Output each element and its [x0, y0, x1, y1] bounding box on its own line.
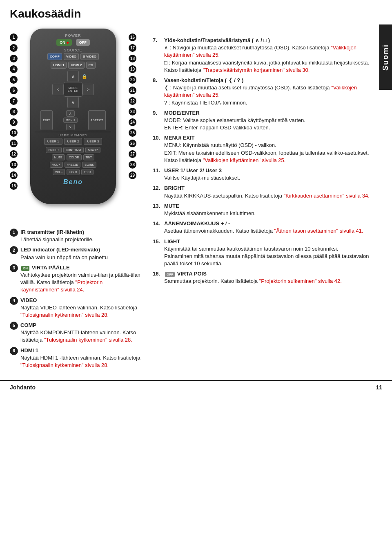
- user-row[interactable]: USER 1 USER 2 USER 3: [35, 138, 111, 145]
- desc-title-15: LIGHT: [164, 238, 180, 244]
- user3-button[interactable]: USER 3: [84, 138, 102, 145]
- hdmi2-button[interactable]: HDMI 2: [68, 62, 84, 69]
- callout-8: 8: [10, 108, 18, 116]
- vol-minus-button[interactable]: VOL -: [53, 169, 65, 175]
- video-button[interactable]: VIDEO: [64, 53, 79, 60]
- callout-3: 3: [10, 55, 18, 62]
- mode-enter-button[interactable]: MODE ENTER: [64, 82, 82, 97]
- nav-area[interactable]: ∧ 🔒 < MODE ENTER >: [35, 71, 111, 108]
- callout-29: 29: [129, 171, 136, 179]
- page-title: Kaukosäädin: [0, 0, 392, 24]
- remote-panel: 1 2 3 4 5 6 7 8 9 10 11 12 13 14 15 POWE…: [10, 24, 140, 372]
- desc-num-15: 15.: [153, 238, 162, 268]
- desc-item-1: 1 IR transmitter (IR-lähetin) Lähettää s…: [10, 229, 140, 243]
- svideo-button[interactable]: S-VIDEO: [80, 53, 99, 60]
- desc-title-12: BRIGHT: [164, 185, 185, 191]
- user1-button[interactable]: USER 1: [44, 138, 62, 145]
- mute-button[interactable]: MUTE: [52, 154, 65, 160]
- tint-button[interactable]: TINT: [83, 154, 95, 160]
- desc-body-9a: MODE: Valitse sopiva esiasetustila käytt…: [164, 117, 305, 123]
- desc-num-12: 12.: [153, 184, 162, 199]
- desc-body-14: Asettaa äänenvoimakkuuden. Katso lisätie…: [164, 228, 274, 234]
- on-off-row[interactable]: ON OFF: [35, 39, 111, 46]
- hdmi1-button[interactable]: HDMI 1: [51, 62, 67, 69]
- desc-title-10: MENU/ EXIT: [164, 135, 194, 141]
- exit-button[interactable]: EXIT: [40, 110, 53, 130]
- desc-body-16: Sammuttaa projektorin. Katso lisätietoja: [164, 278, 259, 284]
- comp-button[interactable]: COMP: [47, 53, 62, 60]
- desc-title-1: IR transmitter (IR-lähetin): [20, 229, 84, 235]
- source-row[interactable]: COMP VIDEO S-VIDEO: [35, 53, 111, 60]
- menu-up-button[interactable]: ∧: [66, 110, 75, 117]
- desc-title-2: LED indicator (LED-merkkivalo): [20, 247, 100, 253]
- vol-plus-button[interactable]: VOL +: [50, 162, 63, 168]
- sharp-button[interactable]: SHARP: [85, 147, 100, 153]
- test-button[interactable]: TEST: [81, 169, 94, 175]
- mode-label: MODE: [69, 87, 78, 89]
- nav-left-button[interactable]: <: [52, 84, 64, 95]
- desc-title-9: MODE/ENTER: [164, 110, 200, 116]
- blank-button[interactable]: BLANK: [82, 162, 96, 168]
- desc-body-11: Valitse Käyttäjä-muistiasetukset.: [164, 175, 240, 181]
- desc-title-8: Vasen-kohdistin/Tietoja ( ❬ / ? ): [164, 77, 243, 83]
- callout-27: 27: [129, 150, 136, 158]
- on-button[interactable]: ON: [56, 39, 72, 46]
- desc-link-6[interactable]: "Tulosignaalin kytkeminen" sivulla 28.: [20, 362, 109, 368]
- desc-num-2: 2: [10, 246, 18, 254]
- left-callouts: 1 2 3 4 5 6 7 8 9 10 11 12 13 14 15: [10, 33, 18, 191]
- enter-label: ENTER: [68, 89, 78, 92]
- desc-link-12[interactable]: "Kirkkauden asettaminen" sivulla 34.: [284, 193, 370, 199]
- exit-row[interactable]: EXIT ∧ MENU ∨ ASPECT: [35, 110, 111, 130]
- desc-link-14[interactable]: "Äänen tason asettaminen" sivulla 41.: [274, 228, 363, 234]
- desc-num-3: 3: [10, 264, 18, 272]
- nav-down-button[interactable]: ∨: [67, 97, 79, 108]
- user2-button[interactable]: USER 2: [64, 138, 82, 145]
- pc-button[interactable]: PC: [86, 62, 96, 69]
- vlt-row[interactable]: VOL - LIGHT TEST: [35, 169, 111, 175]
- desc-num-10: 10.: [153, 134, 162, 164]
- desc-item-9: 9. MODE/ENTER MODE: Valitse sopiva esias…: [153, 109, 382, 132]
- desc-num-9: 9.: [153, 109, 162, 132]
- bcs-row[interactable]: BRIGHT CONTRAST SHARP: [35, 147, 111, 153]
- menu-button[interactable]: MENU: [63, 118, 78, 123]
- desc-body-1: Lähettää signaalin projektorille.: [20, 236, 94, 242]
- callout-19: 19: [129, 65, 136, 73]
- desc-body-10a: MENU: Käynnistää ruutunäyttö (OSD) - val…: [164, 142, 276, 148]
- bottom-section-label: Johdanto: [10, 384, 36, 391]
- desc-content-5: COMP Näyttää KOMPONENTTI-lähteen valinna…: [20, 322, 140, 344]
- user-memory-label: USER MEMORY: [35, 132, 111, 137]
- desc-num-4: 4: [10, 297, 18, 305]
- benq-logo: Beno: [35, 178, 111, 186]
- aspect-button[interactable]: ASPECT: [88, 110, 106, 130]
- vfb-row[interactable]: VOL + FREEZE BLANK: [35, 162, 111, 168]
- desc-link-16[interactable]: "Projektorin sulkeminen" sivulla 42.: [259, 278, 342, 284]
- desc-num-1: 1: [10, 229, 18, 237]
- bright-button[interactable]: BRIGHT: [46, 147, 61, 153]
- nav-right-button[interactable]: >: [82, 84, 94, 95]
- nav-up-button[interactable]: ∧: [67, 71, 79, 82]
- desc-item-15: 15. LIGHT Käynnistää tai sammuttaa kauko…: [153, 238, 382, 268]
- contrast-button[interactable]: CONTRAST: [63, 147, 84, 153]
- desc-content-10: MENU/ EXIT MENU: Käynnistää ruutunäyttö …: [164, 134, 382, 164]
- desc-num-13: 13.: [153, 202, 162, 217]
- desc-item-8: 8. Vasen-kohdistin/Tietoja ( ❬ / ? ) ❬ :…: [153, 77, 382, 107]
- freeze-button[interactable]: FREEZE: [65, 162, 81, 168]
- callout-16: 16: [129, 33, 136, 41]
- off-button[interactable]: OFF: [76, 39, 90, 46]
- desc-item-6: 6 HDMI 1 Näyttää HDMI 1 -lähteen valinna…: [10, 347, 140, 369]
- mct-row[interactable]: MUTE COLOR TINT: [35, 154, 111, 160]
- menu-down-button[interactable]: ∨: [66, 124, 75, 130]
- bottom-bar: Johdanto 11: [0, 380, 392, 394]
- desc-body-10b: EXIT: Menee takaisin edelliseen OSD-vali…: [164, 150, 369, 156]
- desc-link-7b[interactable]: "Trapetsivääristymän korjaaminen" sivull…: [203, 67, 310, 73]
- color-button[interactable]: COLOR: [67, 154, 82, 160]
- hdmi-row[interactable]: HDMI 1 HDMI 2 PC: [35, 62, 111, 69]
- desc-item-2: 2 LED indicator (LED-merkkivalo) Palaa v…: [10, 246, 140, 261]
- desc-link-10[interactable]: "Valikkojen käyttäminen" sivulla 25.: [203, 157, 286, 163]
- callout-23: 23: [129, 108, 136, 116]
- desc-link-5[interactable]: "Tulosignaalin kytkeminen" sivulla 28.: [44, 337, 132, 343]
- right-descriptions: 7. Ylös-kohdistin/Trapetsivääristymä ( ∧…: [145, 24, 382, 372]
- light-button[interactable]: LIGHT: [67, 169, 80, 175]
- desc-content-14: ÄÄNENVOIMAKKUUS + / - Asettaa äänenvoima…: [164, 220, 382, 235]
- desc-link-4[interactable]: "Tulosignaalin kytkeminen" sivulla 28.: [20, 312, 109, 318]
